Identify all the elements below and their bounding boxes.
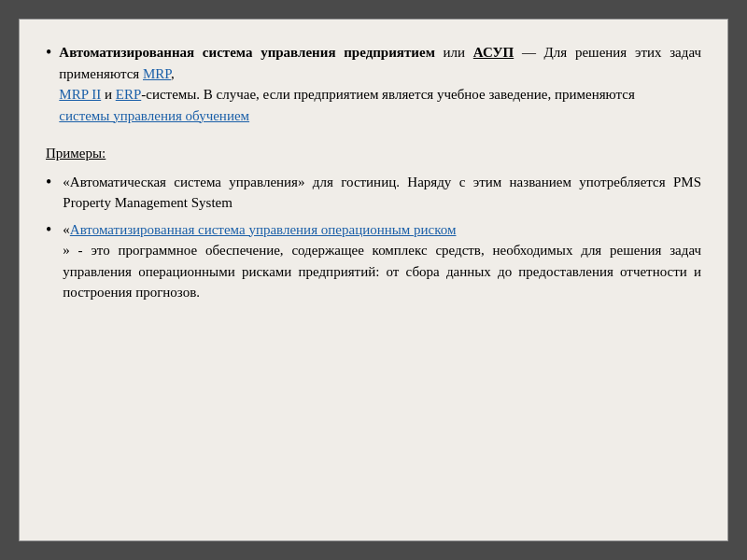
examples-header: Примеры: [46,143,701,164]
bullet-dot-example1: • [46,170,51,195]
bullet-dot-main: • [46,40,51,65]
link-mrp2[interactable]: MRP II [59,87,101,102]
main-bullet-item: • Автоматизированная система управления … [46,42,701,126]
example2-continuation: - это программное обеспечение, содержаще… [63,243,701,300]
example2-text: «Автоматизированная система управления о… [63,219,701,303]
example2-quote-close: » [63,243,70,258]
text-or: или [435,45,473,60]
content-area: • Автоматизированная система управления … [46,42,701,303]
link-lms[interactable]: системы управления обучением [59,108,249,123]
slide-container: • Автоматизированная система управления … [19,19,728,541]
link-erp[interactable]: ERP [116,87,142,102]
example2-item: • «Автоматизированная система управления… [46,219,701,303]
text-comma: , [171,66,175,81]
main-bold-text: Автоматизированная система управления пр… [59,45,435,60]
text-systems: -системы. В случае, если предприятием яв… [141,87,635,102]
example1-text: «Автоматическая система управления» для … [63,172,701,214]
link-asur[interactable]: Автоматизированная система управления оп… [70,222,457,237]
example2-quote-open: « [63,222,70,237]
main-bullet-text: Автоматизированная система управления пр… [59,42,701,126]
text-and: и [101,87,116,102]
bullet-dot-example2: • [46,217,51,243]
example1-item: • «Автоматическая система управления» дл… [46,172,701,214]
asup-text: АСУП [473,45,514,60]
main-bullet-section: • Автоматизированная система управления … [46,42,701,126]
link-mrp[interactable]: MRP [143,66,171,81]
examples-section: Примеры: • «Автоматическая система управ… [46,143,701,303]
